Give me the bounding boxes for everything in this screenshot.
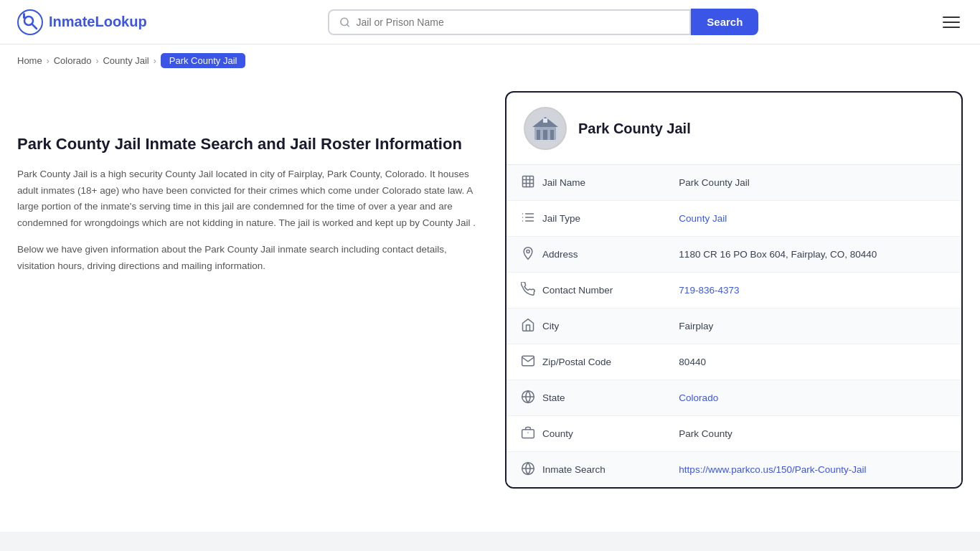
svg-rect-8 bbox=[543, 130, 547, 140]
svg-rect-22 bbox=[522, 430, 534, 438]
page-title: Park County Jail Inmate Search and Jail … bbox=[17, 134, 476, 155]
breadcrumb: Home › Colorado › County Jail › Park Cou… bbox=[0, 44, 980, 77]
row-link[interactable]: County Jail bbox=[679, 213, 727, 224]
row-label-cell: Inmate Search bbox=[507, 452, 664, 488]
search-icon bbox=[339, 17, 350, 28]
logo-text: InmateLookup bbox=[49, 14, 147, 30]
search-input-wrapper bbox=[328, 9, 691, 35]
row-label-cell: City bbox=[507, 309, 664, 344]
row-label: Contact Number bbox=[542, 285, 613, 296]
jail-avatar bbox=[524, 107, 567, 150]
row-value-cell: Park County bbox=[664, 416, 961, 452]
row-value-cell: 80440 bbox=[664, 344, 961, 380]
row-label: Jail Type bbox=[542, 213, 580, 224]
svg-rect-12 bbox=[523, 176, 534, 187]
info-table: Jail NamePark County JailJail TypeCounty… bbox=[507, 165, 961, 487]
table-row: Address1180 CR 16 PO Box 604, Fairplay, … bbox=[507, 237, 961, 273]
card-title: Park County Jail bbox=[578, 121, 691, 137]
row-label: Jail Name bbox=[542, 177, 585, 188]
row-label-cell: State bbox=[507, 380, 664, 416]
hamburger-line-2 bbox=[943, 22, 960, 23]
row-label-cell: County bbox=[507, 416, 664, 452]
breadcrumb-type[interactable]: County Jail bbox=[103, 55, 149, 66]
table-row: CityFairplay bbox=[507, 309, 961, 344]
header: InmateLookup Search bbox=[0, 0, 980, 44]
left-section: Park County Jail Inmate Search and Jail … bbox=[17, 91, 476, 489]
svg-rect-7 bbox=[537, 130, 540, 140]
row-label: Address bbox=[542, 249, 578, 260]
table-row: Zip/Postal Code80440 bbox=[507, 344, 961, 380]
svg-rect-11 bbox=[543, 118, 547, 123]
row-label-cell: Address bbox=[507, 237, 664, 273]
row-label-cell: Contact Number bbox=[507, 273, 664, 309]
table-row: Inmate Searchhttps://www.parkco.us/150/P… bbox=[507, 452, 961, 488]
breadcrumb-sep-2: › bbox=[95, 56, 98, 66]
hamburger-menu[interactable] bbox=[940, 14, 963, 31]
row-link[interactable]: https://www.parkco.us/150/Park-County-Ja… bbox=[679, 464, 866, 475]
row-label: State bbox=[542, 392, 565, 403]
row-label-cell: Jail Name bbox=[507, 165, 664, 201]
table-row: Contact Number719-836-4373 bbox=[507, 273, 961, 309]
row-label-cell: Jail Type bbox=[507, 201, 664, 237]
description-para-1: Park County Jail is a high security Coun… bbox=[17, 166, 476, 232]
table-row: StateColorado bbox=[507, 380, 961, 416]
svg-line-5 bbox=[347, 24, 349, 26]
row-value-cell[interactable]: https://www.parkco.us/150/Park-County-Ja… bbox=[664, 452, 961, 488]
row-label: Zip/Postal Code bbox=[542, 357, 611, 367]
svg-line-2 bbox=[32, 24, 37, 29]
breadcrumb-sep-1: › bbox=[47, 56, 50, 66]
logo-icon bbox=[17, 9, 43, 35]
breadcrumb-current: Park County Jail bbox=[161, 53, 246, 68]
row-label-cell: Zip/Postal Code bbox=[507, 344, 664, 380]
description-para-2: Below we have given information about th… bbox=[17, 242, 476, 275]
main-content: Park County Jail Inmate Search and Jail … bbox=[0, 77, 980, 517]
breadcrumb-sep-3: › bbox=[154, 56, 156, 66]
hamburger-line-1 bbox=[943, 17, 960, 18]
logo[interactable]: InmateLookup bbox=[17, 9, 147, 35]
row-label: City bbox=[542, 321, 559, 331]
row-value-cell: Fairplay bbox=[664, 309, 961, 344]
breadcrumb-home[interactable]: Home bbox=[17, 55, 42, 66]
row-label: County bbox=[542, 428, 573, 439]
svg-point-0 bbox=[18, 10, 42, 34]
search-input[interactable] bbox=[357, 17, 680, 28]
row-value-cell[interactable]: County Jail bbox=[664, 201, 961, 237]
row-value-cell: 1180 CR 16 PO Box 604, Fairplay, CO, 804… bbox=[664, 237, 961, 273]
row-value-cell[interactable]: Colorado bbox=[664, 380, 961, 416]
table-row: Jail NamePark County Jail bbox=[507, 165, 961, 201]
footer bbox=[0, 532, 980, 551]
breadcrumb-state[interactable]: Colorado bbox=[54, 55, 92, 66]
svg-rect-9 bbox=[550, 130, 554, 140]
hamburger-line-3 bbox=[943, 27, 960, 28]
table-row: CountyPark County bbox=[507, 416, 961, 452]
svg-rect-3 bbox=[23, 13, 25, 19]
card-header: Park County Jail bbox=[507, 93, 961, 165]
search-bar: Search bbox=[328, 9, 758, 35]
table-row: Jail TypeCounty Jail bbox=[507, 201, 961, 237]
row-value-cell: Park County Jail bbox=[664, 165, 961, 201]
row-link[interactable]: Colorado bbox=[679, 392, 718, 403]
row-value-cell[interactable]: 719-836-4373 bbox=[664, 273, 961, 309]
row-label: Inmate Search bbox=[542, 464, 606, 475]
search-button[interactable]: Search bbox=[691, 9, 758, 35]
jail-building-icon bbox=[531, 114, 560, 143]
svg-point-19 bbox=[527, 250, 529, 253]
row-link[interactable]: 719-836-4373 bbox=[679, 285, 739, 296]
jail-info-card: Park County Jail Jail NamePark County Ja… bbox=[505, 91, 963, 489]
